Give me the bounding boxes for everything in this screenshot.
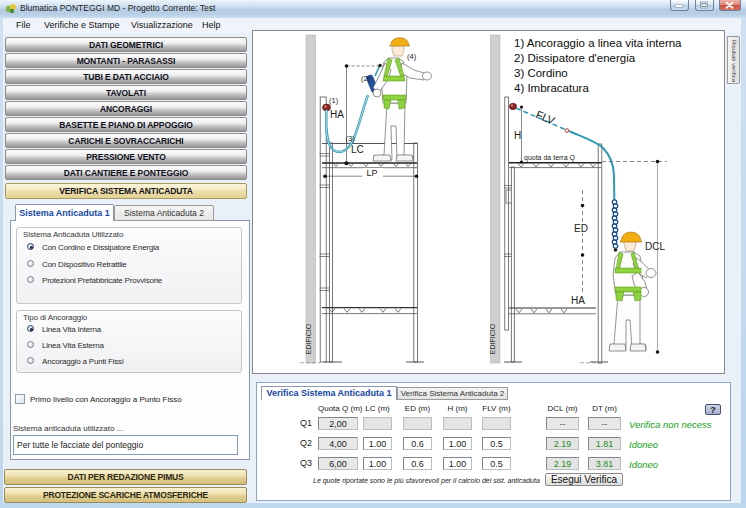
svg-text:ED: ED xyxy=(574,223,588,234)
svg-text:quota da terra Q: quota da terra Q xyxy=(524,154,576,162)
svg-text:(1): (1) xyxy=(329,96,339,105)
svg-text:4) Imbracatura: 4) Imbracatura xyxy=(514,82,589,94)
svg-text:HA: HA xyxy=(330,109,344,120)
svg-text:3) Cordino: 3) Cordino xyxy=(514,67,568,79)
svg-text:EDIFICIO: EDIFICIO xyxy=(305,323,312,354)
svg-text:2) Dissipatore d'energia: 2) Dissipatore d'energia xyxy=(514,52,636,64)
svg-text:LC: LC xyxy=(351,144,364,155)
svg-text:(4): (4) xyxy=(407,52,417,61)
svg-text:EDIFICIO: EDIFICIO xyxy=(489,323,496,354)
svg-text:DCL: DCL xyxy=(645,241,665,252)
svg-text:1) Ancoraggio a linea vita int: 1) Ancoraggio a linea vita interna xyxy=(514,37,682,49)
svg-text:(2): (2) xyxy=(361,74,371,83)
svg-text:H: H xyxy=(514,130,521,141)
svg-text:HA: HA xyxy=(571,295,585,306)
svg-text:LP: LP xyxy=(366,168,377,178)
svg-text:(3): (3) xyxy=(346,134,356,143)
